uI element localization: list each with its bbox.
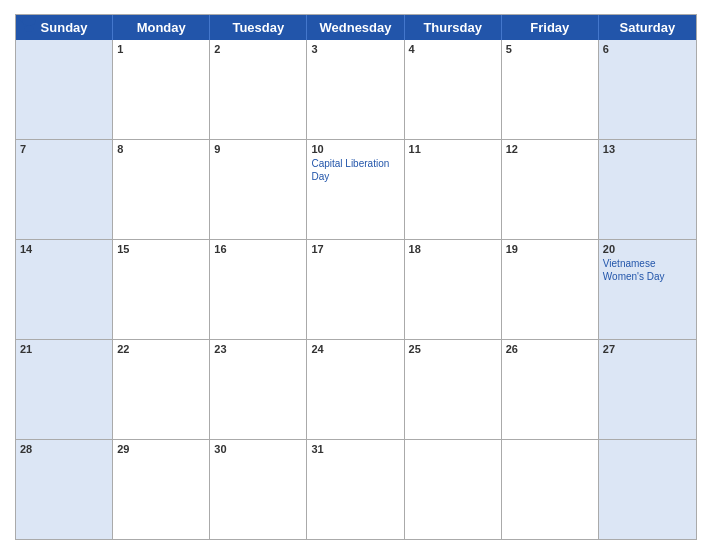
day-number: 20 bbox=[603, 243, 692, 255]
cal-cell-15: 15 bbox=[113, 240, 210, 339]
cal-cell-empty bbox=[599, 440, 696, 539]
day-header-wednesday: Wednesday bbox=[307, 15, 404, 40]
day-number: 1 bbox=[117, 43, 205, 55]
cal-cell-19: 19 bbox=[502, 240, 599, 339]
cal-cell-2: 2 bbox=[210, 40, 307, 139]
week-row-0: 123456 bbox=[16, 40, 696, 140]
cal-cell-25: 25 bbox=[405, 340, 502, 439]
cal-cell-13: 13 bbox=[599, 140, 696, 239]
cal-cell-24: 24 bbox=[307, 340, 404, 439]
cal-cell-10: 10Capital Liberation Day bbox=[307, 140, 404, 239]
day-header-monday: Monday bbox=[113, 15, 210, 40]
cal-cell-empty bbox=[16, 40, 113, 139]
svg-marker-1 bbox=[17, 17, 23, 23]
day-number: 22 bbox=[117, 343, 205, 355]
cal-cell-30: 30 bbox=[210, 440, 307, 539]
cal-cell-8: 8 bbox=[113, 140, 210, 239]
cal-cell-29: 29 bbox=[113, 440, 210, 539]
week-row-3: 21222324252627 bbox=[16, 340, 696, 440]
cal-cell-empty bbox=[502, 440, 599, 539]
cal-cell-9: 9 bbox=[210, 140, 307, 239]
day-number: 25 bbox=[409, 343, 497, 355]
cal-cell-23: 23 bbox=[210, 340, 307, 439]
cal-cell-11: 11 bbox=[405, 140, 502, 239]
cal-cell-27: 27 bbox=[599, 340, 696, 439]
day-number: 2 bbox=[214, 43, 302, 55]
day-header-tuesday: Tuesday bbox=[210, 15, 307, 40]
cal-cell-28: 28 bbox=[16, 440, 113, 539]
cal-cell-7: 7 bbox=[16, 140, 113, 239]
cal-cell-18: 18 bbox=[405, 240, 502, 339]
day-number: 26 bbox=[506, 343, 594, 355]
cal-cell-14: 14 bbox=[16, 240, 113, 339]
day-number: 14 bbox=[20, 243, 108, 255]
cal-cell-20: 20Vietnamese Women's Day bbox=[599, 240, 696, 339]
day-number: 28 bbox=[20, 443, 108, 455]
day-number: 27 bbox=[603, 343, 692, 355]
day-number: 21 bbox=[20, 343, 108, 355]
cal-cell-17: 17 bbox=[307, 240, 404, 339]
page: SundayMondayTuesdayWednesdayThursdayFrid… bbox=[0, 0, 712, 550]
day-number: 23 bbox=[214, 343, 302, 355]
calendar: SundayMondayTuesdayWednesdayThursdayFrid… bbox=[15, 14, 697, 540]
day-number: 4 bbox=[409, 43, 497, 55]
week-row-1: 78910Capital Liberation Day111213 bbox=[16, 140, 696, 240]
day-number: 9 bbox=[214, 143, 302, 155]
logo-icon bbox=[15, 10, 43, 38]
cal-cell-3: 3 bbox=[307, 40, 404, 139]
svg-point-0 bbox=[22, 17, 35, 26]
svg-point-2 bbox=[24, 26, 33, 32]
day-number: 29 bbox=[117, 443, 205, 455]
cal-cell-22: 22 bbox=[113, 340, 210, 439]
day-number: 5 bbox=[506, 43, 594, 55]
day-number: 18 bbox=[409, 243, 497, 255]
cal-cell-12: 12 bbox=[502, 140, 599, 239]
day-number: 3 bbox=[311, 43, 399, 55]
cal-cell-5: 5 bbox=[502, 40, 599, 139]
day-number: 24 bbox=[311, 343, 399, 355]
cal-cell-4: 4 bbox=[405, 40, 502, 139]
day-number: 19 bbox=[506, 243, 594, 255]
day-header-friday: Friday bbox=[502, 15, 599, 40]
calendar-body: 12345678910Capital Liberation Day1112131… bbox=[16, 40, 696, 539]
cal-cell-empty bbox=[405, 440, 502, 539]
day-number: 7 bbox=[20, 143, 108, 155]
cal-cell-21: 21 bbox=[16, 340, 113, 439]
day-number: 8 bbox=[117, 143, 205, 155]
day-number: 10 bbox=[311, 143, 399, 155]
cal-cell-31: 31 bbox=[307, 440, 404, 539]
day-header-saturday: Saturday bbox=[599, 15, 696, 40]
logo bbox=[15, 10, 46, 38]
day-number: 17 bbox=[311, 243, 399, 255]
day-number: 13 bbox=[603, 143, 692, 155]
holiday-name: Vietnamese Women's Day bbox=[603, 257, 692, 283]
week-row-4: 28293031 bbox=[16, 440, 696, 539]
cal-cell-26: 26 bbox=[502, 340, 599, 439]
day-number: 15 bbox=[117, 243, 205, 255]
cal-cell-1: 1 bbox=[113, 40, 210, 139]
day-number: 12 bbox=[506, 143, 594, 155]
week-row-2: 14151617181920Vietnamese Women's Day bbox=[16, 240, 696, 340]
day-number: 31 bbox=[311, 443, 399, 455]
cal-cell-16: 16 bbox=[210, 240, 307, 339]
day-number: 11 bbox=[409, 143, 497, 155]
day-number: 16 bbox=[214, 243, 302, 255]
calendar-header: SundayMondayTuesdayWednesdayThursdayFrid… bbox=[16, 15, 696, 40]
holiday-name: Capital Liberation Day bbox=[311, 157, 399, 183]
cal-cell-6: 6 bbox=[599, 40, 696, 139]
day-header-thursday: Thursday bbox=[405, 15, 502, 40]
day-number: 30 bbox=[214, 443, 302, 455]
day-number: 6 bbox=[603, 43, 692, 55]
